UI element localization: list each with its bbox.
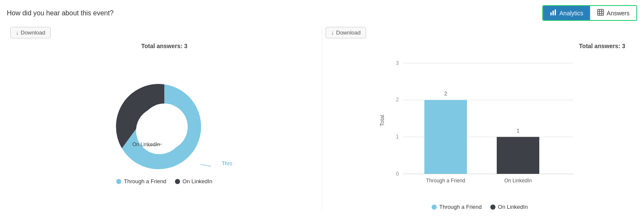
right-legend-dot-friend (432, 205, 437, 210)
svg-rect-2 (555, 9, 556, 15)
bar-linkedin (497, 137, 539, 174)
y-label-1: 1 (396, 134, 399, 140)
top-bar: How did you hear about this event? Analy… (7, 5, 637, 21)
left-legend-linkedin: On LinkedIn (175, 178, 212, 185)
answers-tab[interactable]: Answers (590, 6, 636, 20)
linkedin-label: On LinkedIn (132, 141, 160, 147)
analytics-tab-label: Analytics (559, 10, 583, 17)
svg-rect-3 (598, 9, 604, 15)
legend-label-friend: Through a Friend (124, 178, 166, 185)
right-chart-panel: ↓ Download Total answers: 3 3 2 (322, 27, 637, 210)
right-legend-dot-linkedin (490, 205, 495, 210)
right-legend-label-friend: Through a Friend (439, 204, 482, 210)
bar-friend-value: 2 (444, 91, 447, 97)
right-download-label: Download (336, 29, 361, 36)
y-axis-label: Total (379, 115, 385, 127)
bar-chart: 3 2 1 0 Total 2 (378, 55, 582, 199)
friend-label-line (200, 164, 211, 166)
left-download-label: Download (21, 29, 46, 36)
legend-dot-linkedin (175, 179, 180, 184)
question-title: How did you hear about this event? (7, 9, 114, 17)
left-legend-friend: Through a Friend (116, 178, 166, 185)
bar-friend (424, 100, 467, 174)
right-legend-label-linkedin: On LinkedIn (498, 204, 528, 210)
x-label-friend: Through a Friend (426, 178, 465, 184)
answers-tab-label: Answers (607, 10, 630, 17)
right-download-button[interactable]: ↓ Download (326, 27, 366, 38)
y-label-0: 0 (396, 171, 399, 177)
right-legend-friend: Through a Friend (432, 204, 482, 210)
right-total-answers: Total answers: 3 (579, 43, 625, 49)
left-legend: Through a Friend On LinkedIn (116, 178, 212, 185)
donut-chart: On LinkedIn Through a Friend (96, 55, 232, 174)
analytics-icon (550, 9, 557, 17)
legend-label-linkedin: On LinkedIn (183, 178, 212, 185)
left-total-answers: Total answers: 3 (141, 43, 188, 49)
y-label-2: 2 (396, 97, 399, 103)
right-legend-linkedin: On LinkedIn (490, 204, 528, 210)
page-container: How did you hear about this event? Analy… (0, 0, 644, 222)
charts-area: ↓ Download Total answers: 3 (7, 27, 637, 210)
x-label-linkedin: On LinkedIn (504, 178, 532, 184)
friend-label: Through a Friend (222, 161, 232, 167)
analytics-tab[interactable]: Analytics (543, 6, 590, 20)
svg-rect-0 (550, 12, 552, 15)
svg-rect-1 (552, 11, 554, 15)
left-chart-panel: ↓ Download Total answers: 3 (7, 27, 322, 210)
donut-svg: On LinkedIn Through a Friend (96, 55, 232, 174)
right-download-icon: ↓ (331, 29, 334, 36)
left-download-button[interactable]: ↓ Download (10, 27, 51, 38)
left-download-icon: ↓ (16, 29, 19, 36)
tab-buttons: Analytics Answers (542, 5, 637, 21)
y-label-3: 3 (396, 60, 399, 66)
answers-icon (597, 9, 604, 17)
right-legend: Through a Friend On LinkedIn (432, 204, 528, 210)
bar-linkedin-value: 1 (517, 128, 520, 134)
bar-chart-svg: 3 2 1 0 Total 2 (378, 55, 590, 199)
legend-dot-friend (116, 179, 121, 184)
